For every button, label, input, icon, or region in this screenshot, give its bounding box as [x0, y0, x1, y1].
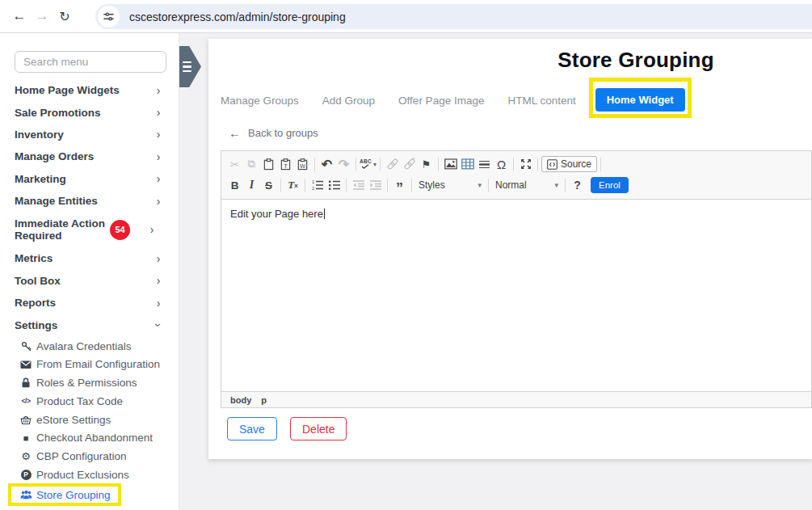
- sidebar-item-manage-entities[interactable]: Manage Entities›: [0, 190, 179, 212]
- cut-icon[interactable]: ✂: [226, 156, 243, 173]
- tab-offer-page-image[interactable]: Offer Page Image: [398, 95, 484, 107]
- indent-icon[interactable]: [367, 177, 384, 194]
- browser-back-icon[interactable]: ←: [8, 5, 31, 27]
- url-text[interactable]: cscestorexpress.com/admin/store-grouping: [129, 11, 346, 23]
- path-body[interactable]: body: [230, 395, 251, 405]
- strikethrough-icon[interactable]: S: [260, 177, 277, 194]
- link-icon[interactable]: [384, 156, 401, 173]
- editor-content-area[interactable]: Edit your Page here: [221, 200, 811, 391]
- numbered-list-icon[interactable]: 12: [309, 177, 326, 194]
- image-icon[interactable]: [442, 156, 459, 173]
- search-input[interactable]: [15, 51, 166, 73]
- sidebar-item-reports[interactable]: Reports›: [0, 292, 179, 314]
- sidebar-item-manage-orders[interactable]: Manage Orders›: [0, 145, 179, 167]
- sidebar-item-estore-settings[interactable]: eStore Settings: [0, 411, 179, 429]
- svg-text:T: T: [284, 162, 288, 169]
- redo-icon[interactable]: ↷: [335, 156, 352, 173]
- chevron-right-icon: ›: [154, 274, 162, 287]
- spellcheck-dropdown-icon[interactable]: ▾: [373, 161, 377, 168]
- blockquote-icon[interactable]: ”: [391, 177, 408, 194]
- browser-toolbar: ← → ↻ cscestorexpress.com/admin/store-gr…: [0, 0, 812, 33]
- outdent-icon[interactable]: [350, 177, 367, 194]
- sidebar-item-home-page-widgets[interactable]: Home Page Widgets›: [0, 79, 179, 101]
- tab-home-widget[interactable]: Home Widget: [595, 88, 685, 112]
- paste-word-icon[interactable]: W: [294, 156, 311, 173]
- delete-button[interactable]: Delete: [290, 417, 347, 440]
- about-icon[interactable]: ?: [569, 177, 586, 194]
- sidebar-item-store-grouping[interactable]: Store Grouping: [8, 483, 121, 506]
- sidebar-item-immediate-action-required[interactable]: Immediate Action Required 54 ›: [0, 212, 179, 247]
- main-content-card: Store Grouping Manage Groups Add Group O…: [208, 39, 812, 459]
- chevron-right-icon: ›: [154, 150, 162, 163]
- path-p[interactable]: p: [261, 395, 267, 405]
- source-button[interactable]: Source: [541, 156, 597, 172]
- remove-format-icon[interactable]: Tx: [284, 177, 301, 194]
- count-badge: 54: [110, 220, 130, 240]
- back-to-groups-link[interactable]: ← Back to groups: [229, 126, 318, 140]
- sidebar-item-product-exclusions[interactable]: P Product Exclusions: [0, 466, 179, 484]
- tab-html-content[interactable]: HTML content: [507, 95, 575, 107]
- basket-icon: [19, 415, 32, 425]
- key-icon: [19, 341, 32, 352]
- anchor-flag-icon[interactable]: ⚑: [418, 156, 435, 173]
- sidebar-menu: Home Page Widgets› Sale Promotions› Inve…: [0, 79, 179, 510]
- sidebar-item-metrics[interactable]: Metrics›: [0, 247, 179, 269]
- svg-text:1: 1: [312, 179, 314, 184]
- sidebar-item-checkout-abandonment[interactable]: ■ Checkout Abandonment: [0, 428, 179, 447]
- editor-element-path: body p: [221, 391, 811, 407]
- users-icon: [19, 490, 32, 499]
- browser-forward-icon[interactable]: →: [31, 5, 53, 27]
- chevron-down-icon: ›: [152, 321, 165, 329]
- bold-icon[interactable]: B: [226, 177, 243, 194]
- save-button[interactable]: Save: [227, 417, 277, 440]
- tab-bar: Manage Groups Add Group Offer Page Image…: [221, 78, 692, 118]
- settings-submenu: Avalara Credentials From Email Configura…: [0, 337, 179, 510]
- sidebar-item-from-email-configuration[interactable]: From Email Configuration: [0, 356, 179, 374]
- dropdown-caret-icon: ▾: [478, 181, 482, 189]
- sidebar-item-marketing[interactable]: Marketing›: [0, 168, 179, 190]
- tab-add-group[interactable]: Add Group: [322, 95, 375, 107]
- undo-icon[interactable]: ↶: [318, 156, 335, 173]
- source-icon: [547, 159, 557, 170]
- sidebar-item-sale-promotions[interactable]: Sale Promotions›: [0, 101, 179, 123]
- address-bar[interactable]: cscestorexpress.com/admin/store-grouping: [95, 4, 812, 29]
- enrol-button[interactable]: Enrol: [591, 177, 629, 193]
- envelope-icon: [19, 360, 32, 369]
- code-icon: </>: [19, 397, 32, 405]
- tune-icon[interactable]: [98, 6, 120, 27]
- gear-icon: ⚙: [19, 450, 32, 462]
- lock-icon: [19, 377, 32, 388]
- format-dropdown[interactable]: Normal▾: [492, 179, 562, 191]
- chevron-right-icon: ›: [154, 84, 162, 97]
- sidebar-collapse-toggle[interactable]: [179, 46, 201, 87]
- sidebar-item-product-tax-code[interactable]: </> Product Tax Code: [0, 392, 179, 411]
- sidebar-item-inventory[interactable]: Inventory›: [0, 124, 179, 145]
- horizontal-rule-icon[interactable]: [476, 156, 493, 173]
- highlight-box: Home Widget: [589, 78, 692, 118]
- sidebar-item-cbp-configuration[interactable]: ⚙ CBP Configuration: [0, 447, 179, 466]
- back-arrow-icon: ←: [229, 126, 241, 140]
- paste-text-icon[interactable]: T: [277, 156, 294, 173]
- page-title: Store Grouping: [555, 48, 717, 73]
- sidebar-item-tool-box[interactable]: Tool Box›: [0, 270, 179, 292]
- browser-reload-icon[interactable]: ↻: [53, 5, 76, 27]
- special-char-icon[interactable]: Ω: [493, 156, 510, 173]
- svg-text:2: 2: [312, 186, 314, 191]
- maximize-icon[interactable]: [517, 156, 534, 173]
- sidebar-item-settings[interactable]: Settings›: [0, 314, 179, 336]
- copy-icon[interactable]: ⧉: [243, 156, 260, 173]
- unlink-icon[interactable]: [401, 156, 418, 173]
- bulleted-list-icon[interactable]: [326, 177, 343, 194]
- tab-manage-groups[interactable]: Manage Groups: [221, 95, 299, 107]
- chevron-right-icon: ›: [154, 297, 162, 310]
- sidebar-item-avalara-credentials[interactable]: Avalara Credentials: [0, 337, 179, 356]
- svg-text:W: W: [300, 162, 305, 168]
- styles-dropdown[interactable]: Styles▾: [415, 179, 485, 191]
- paste-icon[interactable]: [260, 156, 277, 173]
- table-icon[interactable]: [459, 156, 476, 173]
- square-icon: ■: [19, 433, 32, 443]
- sidebar-item-connected-apps[interactable]: Connected Apps: [0, 506, 179, 510]
- sidebar-item-roles-permissions[interactable]: Roles & Permissions: [0, 373, 179, 392]
- spellcheck-icon[interactable]: ABC: [360, 159, 372, 170]
- italic-icon[interactable]: I: [243, 177, 260, 194]
